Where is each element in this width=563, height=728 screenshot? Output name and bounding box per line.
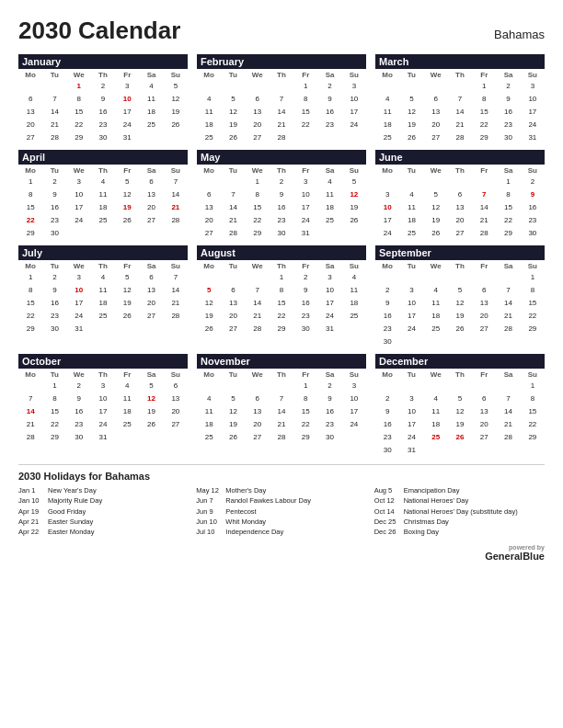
day-cell: 13 [197,201,221,214]
day-cell: 9 [270,188,293,201]
day-cell: 27 [246,431,270,444]
powered-by-text: powered by [18,544,545,551]
day-cell [91,227,115,240]
day-cell: 24 [67,310,91,323]
day-cell: 2 [317,80,341,93]
day-header: Mo [375,165,399,176]
day-cell: 27 [424,131,448,144]
holiday-date: Jan 10 [18,495,44,506]
day-cell: 15 [18,201,42,214]
powered-by: powered by GeneralBlue [18,544,545,562]
brand-name: GeneralBlue [485,551,545,562]
day-cell: 17 [399,310,423,323]
holiday-name: Good Friday [48,506,86,517]
day-cell: 25 [424,323,448,336]
day-cell: 7 [448,93,472,106]
day-cell: 19 [399,119,423,131]
month-grid: MoTuWeThFrSaSu12345678910111213141516171… [18,165,188,240]
day-cell: 21 [496,418,520,431]
day-cell: 2 [67,380,91,392]
day-cell: 12 [221,106,245,119]
day-cell: 23 [293,310,317,323]
country-name: Bahamas [494,28,545,41]
day-cell: 15 [42,405,66,418]
day-cell: 11 [91,284,115,297]
month-block-september: SeptemberMoTuWeThFrSaSu12345678910111213… [375,245,545,348]
day-cell: 14 [42,106,66,119]
day-cell [221,176,245,188]
day-header: Sa [139,165,163,176]
day-cell: 28 [164,310,188,323]
day-cell: 24 [317,310,341,323]
day-cell: 1 [521,271,545,284]
day-cell: 18 [424,418,448,431]
day-cell: 24 [115,119,139,131]
day-cell [293,131,317,144]
day-cell: 14 [270,405,293,418]
day-header: Su [521,261,545,271]
day-cell: 8 [472,93,496,106]
day-header: Tu [399,165,423,176]
month-grid: MoTuWeThFrSaSu12345678910111213141516171… [197,165,366,240]
day-cell: 22 [18,214,42,227]
day-cell: 25 [317,214,341,227]
day-cell: 2 [375,284,399,297]
day-cell: 24 [399,431,423,444]
day-header: Mo [18,165,42,176]
day-cell: 1 [18,271,42,284]
day-header: Fr [472,261,496,271]
day-header: Th [91,370,115,380]
day-header: Su [164,370,188,380]
holiday-item: Dec 25Christmas Day [374,517,545,527]
day-cell: 3 [115,80,139,93]
day-cell: 25 [197,131,221,144]
day-cell: 8 [18,284,42,297]
day-cell: 28 [472,227,496,240]
day-cell: 22 [521,418,545,431]
day-cell: 9 [317,392,341,405]
day-cell: 3 [67,271,91,284]
day-cell: 27 [472,323,496,336]
day-cell: 12 [399,106,423,119]
day-cell: 14 [496,297,520,310]
day-cell: 27 [139,214,163,227]
day-cell: 11 [317,188,341,201]
holiday-item: Apr 19Good Friday [18,506,189,517]
day-cell: 12 [139,392,163,405]
day-cell: 9 [293,284,317,297]
day-cell: 9 [496,93,520,106]
day-header: We [246,70,270,80]
day-cell: 10 [67,284,91,297]
day-cell: 1 [246,176,270,188]
day-cell: 12 [115,284,139,297]
holiday-column: Jan 1New Year's DayJan 10Majority Rule D… [18,485,189,537]
day-cell: 21 [42,119,66,131]
day-cell: 15 [293,405,317,418]
holiday-date: May 12 [196,485,222,495]
day-header: Su [521,370,545,380]
day-cell [197,380,221,392]
day-cell: 24 [342,418,366,431]
day-header: Tu [42,70,66,80]
day-cell: 1 [496,176,520,188]
day-cell: 4 [399,188,423,201]
section-divider [18,464,545,465]
month-grid: MoTuWeThFrSaSu12345678910111213141516171… [375,70,545,144]
day-cell: 10 [91,392,115,405]
day-cell: 16 [317,405,341,418]
day-cell: 19 [448,418,472,431]
day-cell: 8 [293,392,317,405]
day-cell: 13 [221,297,245,310]
day-cell: 28 [496,323,520,336]
day-cell: 23 [375,323,399,336]
day-cell: 27 [448,227,472,240]
day-cell [448,271,472,284]
day-cell: 13 [164,392,188,405]
day-cell: 2 [293,271,317,284]
day-header: Su [342,70,366,80]
day-cell: 13 [18,106,42,119]
day-cell: 25 [91,214,115,227]
day-cell: 8 [293,93,317,106]
day-cell: 29 [67,131,91,144]
day-header: Su [521,70,545,80]
